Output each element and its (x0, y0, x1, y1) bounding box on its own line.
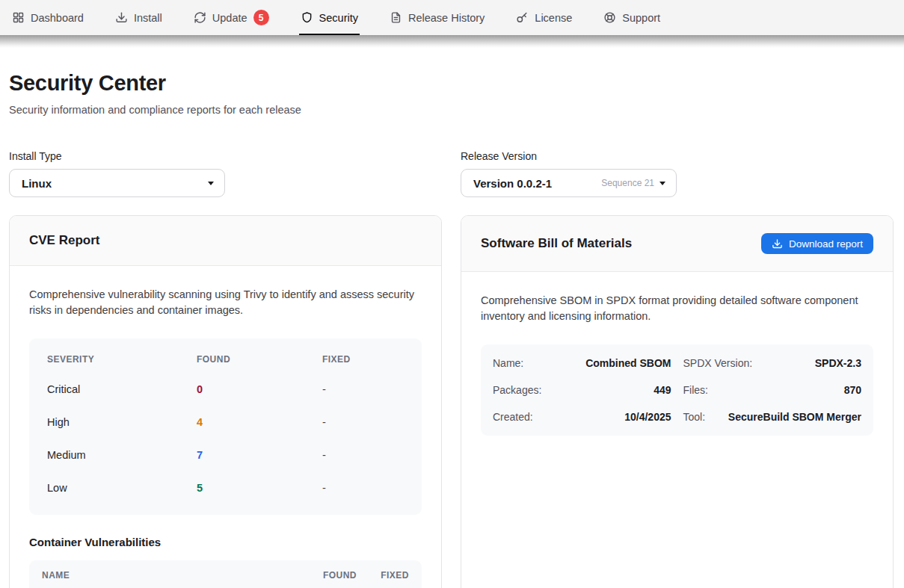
tab-label: Release History (408, 12, 485, 24)
container-table-header: NAME FOUND FIXED (29, 560, 422, 588)
severity-label: Low (47, 482, 197, 494)
column-header-fixed: FIXED (357, 570, 409, 581)
chevron-down-icon (659, 182, 665, 185)
tab-release-history[interactable]: Release History (390, 0, 485, 35)
sbom-detail-files: Files: 870 (683, 377, 862, 403)
tab-label: Security (319, 12, 358, 24)
sbom-header: Software Bill of Materials Download repo… (461, 216, 893, 272)
install-type-filter: Install Type Linux (9, 150, 442, 197)
download-icon (115, 11, 128, 24)
cve-report-description: Comprehensive vulnerability scanning usi… (29, 287, 422, 319)
install-type-label: Install Type (9, 150, 442, 162)
column-header-found: FOUND (197, 354, 322, 365)
tab-label: Support (622, 12, 660, 24)
detail-value: 449 (654, 384, 671, 396)
tab-label: Dashboard (31, 12, 84, 24)
sbom-detail-created: Created: 10/4/2025 (493, 403, 671, 430)
download-report-label: Download report (789, 238, 863, 250)
download-report-button[interactable]: Download report (761, 233, 873, 254)
detail-label: Name: (493, 357, 523, 369)
table-row-high: High 4 - (47, 406, 404, 439)
download-icon (772, 238, 783, 250)
cve-report-title: CVE Report (29, 233, 99, 248)
severity-table: SEVERITY FOUND FIXED Critical 0 - High 4… (29, 338, 422, 515)
install-type-value: Linux (22, 177, 52, 190)
fixed-count: - (322, 383, 404, 395)
column-header-name: NAME (42, 570, 294, 581)
tab-license[interactable]: License (516, 0, 572, 35)
fixed-count: - (322, 449, 404, 461)
fixed-count: - (322, 416, 404, 428)
tab-update[interactable]: Update 5 (194, 0, 269, 35)
report-cards: CVE Report Comprehensive vulnerability s… (9, 215, 894, 588)
install-type-select[interactable]: Linux (9, 169, 225, 197)
severity-label: High (47, 416, 197, 428)
detail-label: Created: (493, 411, 533, 423)
document-icon (390, 11, 402, 24)
detail-label: SPDX Version: (683, 357, 753, 369)
detail-value: SPDX-2.3 (815, 357, 861, 369)
refresh-icon (194, 11, 206, 24)
detail-value: 870 (844, 384, 861, 396)
found-count: 7 (197, 449, 322, 461)
detail-label: Tool: (683, 411, 706, 423)
release-version-value: Version 0.0.2-1 (473, 177, 552, 190)
tab-dashboard[interactable]: Dashboard (12, 0, 84, 35)
cve-report-card: CVE Report Comprehensive vulnerability s… (9, 215, 442, 588)
release-version-filter: Release Version Version 0.0.2-1 Sequence… (461, 150, 894, 197)
severity-label: Critical (47, 383, 197, 395)
severity-label: Medium (47, 449, 197, 461)
sbom-detail-tool: Tool: SecureBuild SBOM Merger (683, 403, 862, 430)
life-buoy-icon (603, 11, 616, 24)
tab-label: Update (212, 12, 247, 24)
column-header-fixed: FIXED (322, 354, 404, 365)
table-row-medium: Medium 7 - (47, 439, 404, 471)
detail-value: SecureBuild SBOM Merger (728, 411, 861, 423)
security-center-page: Security Center Security information and… (0, 71, 904, 588)
detail-label: Packages: (493, 384, 541, 396)
tab-install[interactable]: Install (115, 0, 162, 35)
found-count: 0 (197, 383, 322, 395)
container-vulnerabilities-title: Container Vulnerabilities (29, 536, 422, 548)
detail-value: 10/4/2025 (624, 411, 671, 423)
top-nav: Dashboard Install Update 5 Security (0, 0, 904, 35)
page-subtitle: Security information and compliance repo… (9, 104, 894, 116)
detail-label: Files: (683, 384, 708, 396)
table-row-critical: Critical 0 - (47, 373, 404, 406)
release-version-select[interactable]: Version 0.0.2-1 Sequence 21 (461, 169, 677, 197)
sbom-detail-name: Name: Combined SBOM (493, 350, 671, 377)
filters-row: Install Type Linux Release Version Versi… (9, 150, 894, 197)
sbom-detail-packages: Packages: 449 (493, 377, 671, 403)
tab-label: Install (134, 12, 162, 24)
column-header-severity: SEVERITY (47, 354, 197, 365)
update-count-badge: 5 (253, 10, 269, 25)
release-sequence-label: Sequence 21 (601, 178, 659, 188)
found-count: 5 (197, 482, 322, 494)
shield-icon (301, 11, 313, 24)
key-icon (516, 11, 529, 24)
detail-value: Combined SBOM (585, 357, 671, 369)
sbom-card: Software Bill of Materials Download repo… (461, 215, 894, 588)
tab-support[interactable]: Support (603, 0, 660, 35)
cve-report-header: CVE Report (10, 216, 441, 266)
page-title: Security Center (9, 71, 894, 96)
tab-label: License (535, 12, 572, 24)
sbom-description: Comprehensive SBOM in SPDX format provid… (481, 293, 873, 325)
release-version-label: Release Version (461, 150, 894, 162)
table-row-low: Low 5 - (47, 471, 404, 504)
nav-shadow (0, 35, 904, 48)
column-header-found: FOUND (294, 570, 357, 581)
fixed-count: - (322, 482, 404, 494)
sbom-detail-spdx-version: SPDX Version: SPDX-2.3 (683, 350, 862, 377)
tab-security[interactable]: Security (301, 0, 358, 35)
sbom-title: Software Bill of Materials (481, 236, 632, 251)
severity-table-header: SEVERITY FOUND FIXED (47, 350, 404, 368)
chevron-down-icon (208, 182, 214, 185)
dashboard-grid-icon (12, 11, 25, 24)
found-count: 4 (197, 416, 322, 428)
sbom-details: Name: Combined SBOM SPDX Version: SPDX-2… (481, 344, 873, 436)
